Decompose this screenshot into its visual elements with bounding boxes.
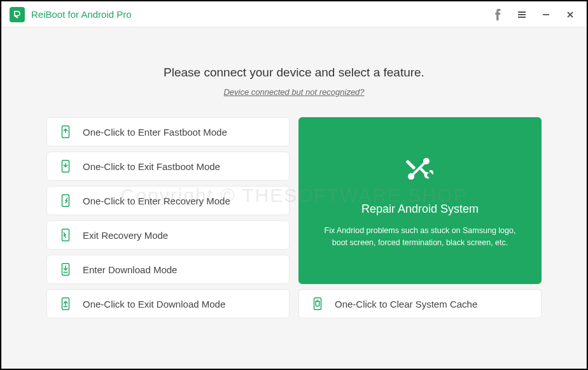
title-controls — [487, 4, 581, 25]
exit-recovery-icon — [59, 228, 73, 242]
exit-recovery-button[interactable]: Exit Recovery Mode — [46, 220, 290, 250]
menu-button[interactable] — [511, 4, 533, 25]
clear-cache-icon — [311, 297, 325, 311]
feature-label: Exit Recovery Mode — [83, 230, 168, 241]
enter-fastboot-button[interactable]: One-Click to Enter Fastboot Mode — [46, 117, 290, 146]
facebook-button[interactable] — [487, 4, 508, 25]
exit-fastboot-icon — [59, 159, 73, 173]
feature-label: One-Click to Enter Recovery Mode — [83, 196, 230, 206]
exit-fastboot-button[interactable]: One-Click to Exit Fastboot Mode — [46, 152, 290, 181]
feature-label: One-Click to Enter Fastboot Mode — [83, 127, 227, 138]
app-title: ReiBoot for Android Pro — [31, 9, 487, 20]
svg-rect-6 — [405, 159, 416, 169]
feature-label: Enter Download Mode — [83, 264, 177, 275]
feature-label: One-Click to Exit Download Mode — [83, 299, 225, 310]
minimize-button[interactable] — [535, 4, 557, 25]
enter-fastboot-icon — [59, 125, 73, 139]
repair-title: Repair Android System — [361, 203, 479, 216]
enter-download-icon — [59, 262, 73, 276]
clear-cache-button[interactable]: One-Click to Clear System Cache — [298, 289, 542, 318]
title-bar: ReiBoot for Android Pro — [2, 2, 586, 27]
repair-system-card[interactable]: Repair Android System Fix Andriod proble… — [298, 117, 542, 284]
app-window: ReiBoot for Android Pro Please connect y… — [1, 1, 587, 369]
feature-label: One-Click to Clear System Cache — [335, 299, 477, 310]
exit-download-icon — [59, 297, 73, 311]
close-button[interactable] — [559, 4, 581, 25]
page-heading: Please connect your device and select a … — [164, 66, 424, 80]
svg-rect-7 — [314, 298, 321, 310]
main-content: Please connect your device and select a … — [2, 27, 586, 368]
feature-label: One-Click to Exit Fastboot Mode — [83, 161, 220, 172]
enter-recovery-icon — [59, 194, 73, 208]
enter-download-button[interactable]: Enter Download Mode — [46, 255, 290, 284]
tools-icon — [404, 153, 436, 185]
left-column: One-Click to Enter Fastboot Mode One-Cli… — [46, 117, 290, 318]
device-help-link[interactable]: Device connected but not recognized? — [223, 87, 364, 97]
app-logo — [10, 7, 25, 22]
right-column: Repair Android System Fix Andriod proble… — [298, 117, 542, 318]
repair-description: Fix Andriod problems such as stuck on Sa… — [318, 225, 522, 249]
feature-grid: One-Click to Enter Fastboot Mode One-Cli… — [46, 117, 542, 318]
enter-recovery-button[interactable]: One-Click to Enter Recovery Mode — [46, 186, 290, 215]
svg-rect-8 — [316, 301, 319, 306]
exit-download-button[interactable]: One-Click to Exit Download Mode — [46, 289, 290, 318]
